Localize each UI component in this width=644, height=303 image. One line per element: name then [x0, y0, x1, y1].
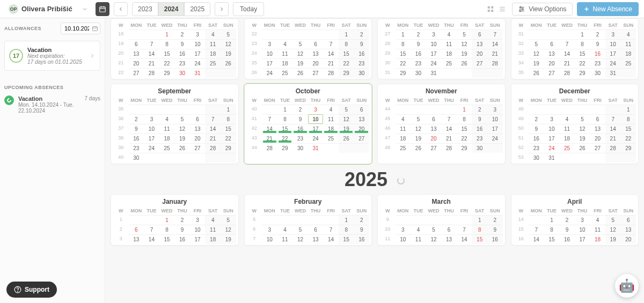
- support-button[interactable]: Support: [6, 282, 57, 298]
- day-cell[interactable]: 7: [144, 225, 159, 234]
- day-cell[interactable]: 12: [575, 124, 590, 134]
- day-cell[interactable]: 14: [605, 124, 621, 134]
- day-cell[interactable]: 18: [323, 124, 339, 134]
- new-absence-button[interactable]: New Absence: [577, 2, 639, 16]
- day-cell[interactable]: 6: [308, 39, 324, 49]
- day-cell[interactable]: 17: [262, 58, 277, 68]
- day-cell[interactable]: 20: [129, 58, 144, 68]
- day-cell[interactable]: 5: [575, 114, 590, 124]
- day-cell[interactable]: 8: [472, 225, 487, 234]
- day-cell[interactable]: 13: [544, 49, 560, 58]
- day-cell[interactable]: 18: [205, 49, 221, 58]
- year-2024[interactable]: 2024: [158, 2, 185, 16]
- day-cell[interactable]: 3: [144, 114, 159, 124]
- day-cell[interactable]: 6: [544, 39, 560, 49]
- day-cell[interactable]: 11: [159, 124, 175, 134]
- day-cell[interactable]: 20: [190, 134, 206, 143]
- day-cell[interactable]: 10: [262, 234, 277, 244]
- day-cell[interactable]: 19: [411, 134, 426, 143]
- day-cell[interactable]: 11: [590, 225, 605, 234]
- day-cell[interactable]: 3: [605, 29, 621, 39]
- day-cell[interactable]: 24: [308, 134, 324, 143]
- day-cell[interactable]: 27: [544, 68, 560, 78]
- day-cell[interactable]: 14: [262, 124, 277, 134]
- day-cell[interactable]: 3: [262, 225, 277, 234]
- day-cell[interactable]: 20: [354, 124, 369, 134]
- day-cell[interactable]: 5: [529, 39, 544, 49]
- day-cell[interactable]: 17: [190, 49, 206, 58]
- day-cell[interactable]: 28: [205, 143, 221, 153]
- day-cell[interactable]: 2: [354, 215, 369, 225]
- day-cell[interactable]: 10: [575, 225, 590, 234]
- day-cell[interactable]: 25: [323, 134, 339, 143]
- day-cell[interactable]: 25: [620, 58, 636, 68]
- day-cell[interactable]: 22: [457, 134, 472, 143]
- day-cell[interactable]: 17: [575, 234, 590, 244]
- day-cell[interactable]: 28: [262, 143, 277, 153]
- day-cell[interactable]: 21: [559, 58, 575, 68]
- day-cell[interactable]: 8: [339, 39, 354, 49]
- day-cell[interactable]: 17: [144, 134, 159, 143]
- day-cell[interactable]: 18: [620, 49, 636, 58]
- day-cell[interactable]: 30: [354, 68, 369, 78]
- day-cell[interactable]: 15: [575, 49, 590, 58]
- day-cell[interactable]: 9: [411, 39, 426, 49]
- calendar-view-button[interactable]: [96, 2, 109, 16]
- day-cell[interactable]: 6: [354, 105, 369, 114]
- day-cell[interactable]: 3: [190, 29, 206, 39]
- day-cell[interactable]: 3: [190, 215, 206, 225]
- day-cell[interactable]: 1: [159, 215, 175, 225]
- day-cell[interactable]: 26: [457, 58, 472, 68]
- day-cell[interactable]: 7: [262, 114, 277, 124]
- day-cell[interactable]: 29: [221, 143, 236, 153]
- day-cell[interactable]: 11: [205, 39, 221, 49]
- day-cell[interactable]: 14: [487, 39, 503, 49]
- day-cell[interactable]: 30: [472, 143, 487, 153]
- day-cell[interactable]: 30: [411, 68, 426, 78]
- day-cell[interactable]: 17: [544, 134, 560, 143]
- day-cell[interactable]: 10: [426, 39, 442, 49]
- day-cell[interactable]: 6: [426, 114, 442, 124]
- date-selector[interactable]: [61, 23, 100, 34]
- day-cell[interactable]: 17: [308, 124, 324, 134]
- day-cell[interactable]: 2: [559, 215, 575, 225]
- day-cell[interactable]: 14: [144, 49, 159, 58]
- day-cell[interactable]: 3: [308, 105, 324, 114]
- day-cell[interactable]: 4: [277, 39, 293, 49]
- day-cell[interactable]: 16: [354, 49, 369, 58]
- day-cell[interactable]: 13: [129, 234, 144, 244]
- day-cell[interactable]: 17: [605, 49, 621, 58]
- day-cell[interactable]: 23: [292, 134, 308, 143]
- day-cell[interactable]: 27: [308, 68, 324, 78]
- day-cell[interactable]: 27: [426, 143, 442, 153]
- day-cell[interactable]: 9: [292, 114, 308, 124]
- day-cell[interactable]: 14: [205, 124, 221, 134]
- day-cell[interactable]: 9: [174, 39, 190, 49]
- day-cell[interactable]: 18: [159, 134, 175, 143]
- day-cell[interactable]: 31: [190, 68, 206, 78]
- day-cell[interactable]: 5: [605, 215, 621, 225]
- day-cell[interactable]: 9: [129, 124, 144, 134]
- day-cell[interactable]: 30: [174, 68, 190, 78]
- day-cell[interactable]: 19: [339, 124, 354, 134]
- day-cell[interactable]: 18: [590, 234, 605, 244]
- day-cell[interactable]: 1: [339, 215, 354, 225]
- day-cell[interactable]: 22: [575, 58, 590, 68]
- day-cell[interactable]: 22: [221, 134, 236, 143]
- day-cell[interactable]: 16: [292, 124, 308, 134]
- day-cell[interactable]: 31: [426, 68, 442, 78]
- day-cell[interactable]: 25: [205, 58, 221, 68]
- day-cell[interactable]: 7: [323, 225, 339, 234]
- day-cell[interactable]: 15: [472, 234, 487, 244]
- day-cell[interactable]: 15: [457, 124, 472, 134]
- day-cell[interactable]: 4: [205, 29, 221, 39]
- day-cell[interactable]: 24: [544, 143, 560, 153]
- day-cell[interactable]: 9: [487, 225, 503, 234]
- day-cell[interactable]: 2: [354, 29, 369, 39]
- day-cell[interactable]: 21: [262, 134, 277, 143]
- day-cell[interactable]: 11: [396, 124, 411, 134]
- day-cell[interactable]: 27: [190, 143, 206, 153]
- day-cell[interactable]: 17: [190, 234, 206, 244]
- day-cell[interactable]: 10: [190, 39, 206, 49]
- day-cell[interactable]: 4: [277, 225, 293, 234]
